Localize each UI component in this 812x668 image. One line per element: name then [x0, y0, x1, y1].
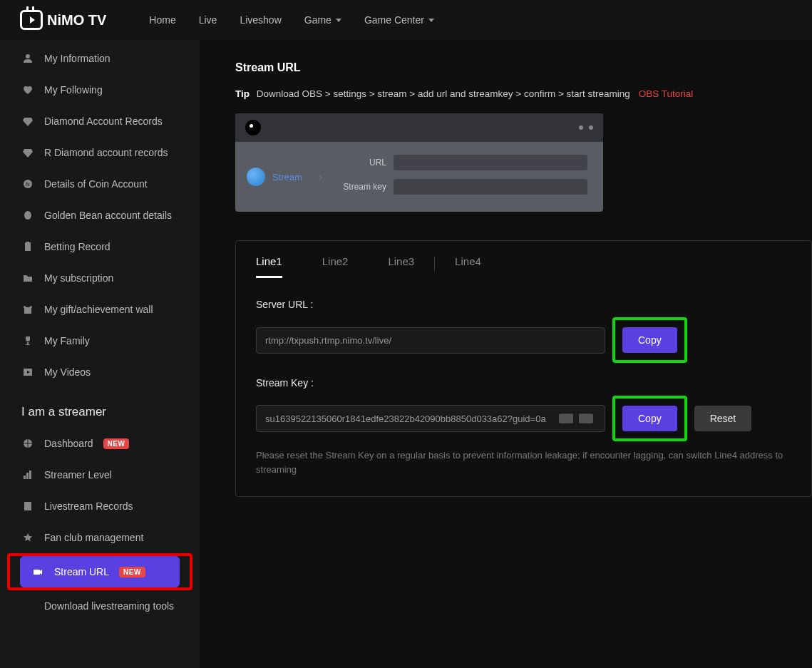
coin-icon: N: [21, 178, 34, 190]
sidebar-item-label: My Family: [44, 335, 90, 346]
eye-icon[interactable]: [559, 413, 573, 424]
stream-key-note: Please reset the Stream Key on a regular…: [256, 448, 791, 476]
svg-text:N: N: [26, 181, 30, 187]
heart-icon: [21, 83, 34, 96]
trophy-icon: [21, 334, 34, 347]
folder-icon: [21, 272, 34, 284]
diamond-icon: [21, 146, 34, 159]
svg-rect-12: [24, 502, 31, 510]
camera-icon: [31, 565, 44, 578]
sidebar-item-label: Streamer Level: [44, 469, 112, 481]
sidebar-item-label: Dashboard: [44, 438, 93, 449]
sidebar-item-label: My Videos: [44, 366, 91, 378]
grid-icon: [21, 437, 34, 450]
sidebar-item-label: My subscription: [44, 272, 113, 284]
sidebar-item-label: Stream URL: [54, 566, 109, 577]
copy-server-button[interactable]: Copy: [622, 327, 677, 353]
nav-home[interactable]: Home: [149, 14, 175, 26]
line-tabs: Line1Line2Line3Line4: [256, 255, 791, 279]
tip-line: Tip Download OBS > settings > stream > a…: [235, 88, 812, 99]
top-nav: HomeLiveLiveshowGameGame Center: [149, 14, 434, 26]
sidebar-item-label: My Following: [44, 84, 103, 96]
obs-key-label: Stream key: [341, 182, 386, 192]
svg-rect-13: [34, 570, 40, 575]
tab-line3[interactable]: Line3: [388, 255, 414, 278]
copy-server-highlight: Copy: [612, 317, 687, 363]
sidebar-item-my-videos[interactable]: My Videos: [0, 356, 200, 388]
svg-rect-5: [24, 309, 31, 314]
svg-rect-3: [25, 242, 31, 251]
obs-url-label: URL: [341, 158, 386, 168]
copy-key-highlight: Copy: [612, 396, 687, 441]
nav-game-center[interactable]: Game Center: [364, 14, 434, 26]
brand-text: NiMO TV: [47, 12, 106, 29]
obs-preview: Stream › URL Stream key: [235, 113, 603, 212]
sidebar-item-label: R Diamond account records: [44, 147, 168, 158]
sidebar-item-my-following[interactable]: My Following: [0, 74, 200, 106]
sidebar-item-my-family[interactable]: My Family: [0, 325, 200, 356]
svg-rect-4: [26, 242, 29, 243]
nav-live[interactable]: Live: [199, 14, 217, 26]
tip-text: Download OBS > settings > stream > add u…: [257, 88, 630, 99]
sidebar-item-betting-record[interactable]: Betting Record: [0, 231, 200, 262]
sidebar-item-my-information[interactable]: My Information: [0, 43, 200, 74]
user-icon: [21, 52, 34, 65]
section-title: I am a streamer: [0, 388, 200, 428]
sidebar-item-label: Diamond Account Records: [44, 115, 163, 127]
copy-key-button[interactable]: Copy: [622, 406, 677, 431]
visibility-icons[interactable]: [559, 413, 593, 424]
gift-icon: [21, 303, 34, 316]
download-icon: [21, 600, 34, 612]
sidebar-item-label: Fan club management: [44, 532, 143, 543]
sidebar-item-my-subscription[interactable]: My subscription: [0, 262, 200, 294]
globe-icon: [247, 168, 265, 186]
window-dots-icon: [579, 125, 593, 130]
sidebar-item-r-diamond-account-records[interactable]: R Diamond account records: [0, 137, 200, 168]
sidebar-item-golden-bean-account-details[interactable]: Golden Bean account details: [0, 200, 200, 231]
sidebar-item-label: Livestream Records: [44, 500, 133, 512]
sidebar-item-download-livestreaming-tools[interactable]: Download livestreaming tools: [0, 590, 200, 622]
tab-line1[interactable]: Line1: [256, 255, 282, 278]
tab-line2[interactable]: Line2: [322, 255, 349, 278]
svg-point-2: [24, 211, 31, 220]
stream-key-label: Stream Key :: [256, 377, 791, 389]
sidebar-item-fan-club-management[interactable]: Fan club management: [0, 522, 200, 553]
sidebar-item-label: Golden Bean account details: [44, 210, 172, 221]
reset-key-button[interactable]: Reset: [694, 406, 752, 431]
sidebar-item-stream-url[interactable]: Stream URLNEW: [20, 556, 180, 587]
sidebar: My InformationMy FollowingDiamond Accoun…: [0, 40, 200, 668]
stream-url-highlight: Stream URLNEW: [7, 553, 192, 590]
nav-game[interactable]: Game: [304, 14, 341, 26]
doc-icon: [21, 500, 34, 513]
obs-url-field: [394, 155, 587, 170]
copy-icon[interactable]: [579, 413, 593, 424]
main-content: Stream URL Tip Download OBS > settings >…: [200, 40, 812, 668]
stream-key-input[interactable]: su1639522135060r1841edfe23822b42090bb885…: [256, 405, 605, 432]
sidebar-item-label: Details of Coin Account: [44, 178, 148, 190]
sidebar-item-details-of-coin-account[interactable]: NDetails of Coin Account: [0, 168, 200, 200]
server-url-input[interactable]: rtmp://txpush.rtmp.nimo.tv/live/: [256, 327, 605, 354]
obs-tutorial-link[interactable]: OBS Tutorial: [639, 88, 694, 99]
new-badge: NEW: [103, 438, 130, 449]
sidebar-item-my-gift-achievement-wall[interactable]: My gift/achievement wall: [0, 294, 200, 325]
sidebar-item-livestream-records[interactable]: Livestream Records: [0, 490, 200, 522]
sidebar-item-diamond-account-records[interactable]: Diamond Account Records: [0, 106, 200, 137]
logo-icon: [20, 10, 43, 30]
obs-key-field: [394, 179, 587, 195]
chevron-down-icon: [336, 19, 341, 22]
chevron-right-icon: ›: [319, 171, 322, 183]
sidebar-item-streamer-level[interactable]: Streamer Level: [0, 459, 200, 490]
server-url-label: Server URL :: [256, 299, 791, 310]
clipboard-icon: [21, 240, 34, 253]
play-icon: [21, 366, 34, 379]
sidebar-item-dashboard[interactable]: DashboardNEW: [0, 428, 200, 459]
star-icon: [21, 531, 34, 544]
logo[interactable]: NiMO TV: [20, 10, 106, 30]
page-title: Stream URL: [235, 61, 812, 74]
tab-line4[interactable]: Line4: [455, 255, 481, 278]
obs-stream-label: Stream: [272, 172, 302, 183]
svg-rect-10: [26, 473, 29, 479]
sidebar-item-label: Download livestreaming tools: [44, 600, 174, 612]
nav-liveshow[interactable]: Liveshow: [240, 14, 281, 26]
sidebar-item-label: My Information: [44, 53, 111, 64]
